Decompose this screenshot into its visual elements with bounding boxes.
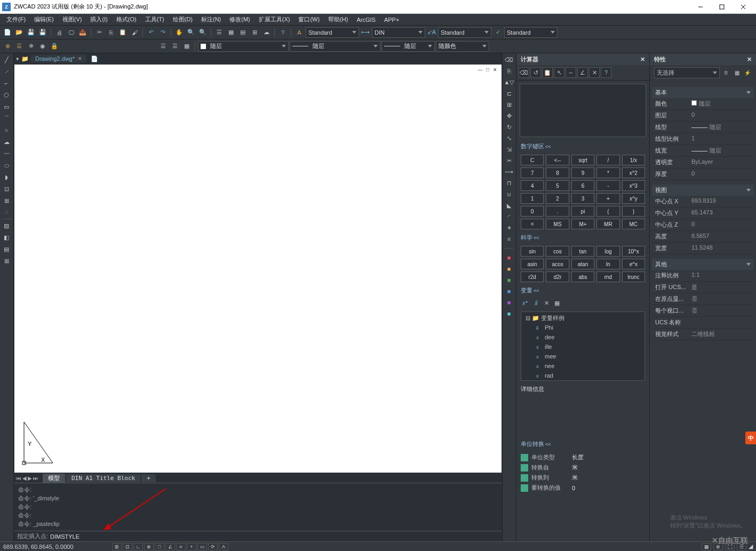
textstyle-combo[interactable]: Standard: [306, 27, 359, 38]
cloud-icon[interactable]: ☁: [261, 27, 272, 38]
calc-paste-icon[interactable]: 📋: [542, 67, 553, 78]
mleaderstyle-combo[interactable]: Standard: [438, 27, 491, 38]
extend-icon[interactable]: ⟶: [504, 166, 514, 177]
layer-off-icon[interactable]: ◉: [37, 41, 48, 52]
calc-key[interactable]: 0: [521, 206, 544, 217]
layout-next-icon[interactable]: ▶: [28, 475, 32, 481]
unit-row[interactable]: 转换到米: [521, 473, 645, 483]
lwt-toggle[interactable]: ≡: [176, 543, 186, 550]
calc-key[interactable]: ): [622, 206, 645, 217]
cyan-tool-icon[interactable]: ■: [504, 308, 514, 319]
green-tool-icon[interactable]: ■: [504, 275, 514, 285]
property-row[interactable]: 视觉样式二维线框: [652, 329, 754, 340]
calc-key[interactable]: -: [596, 180, 619, 191]
tree-item[interactable]: ille: [522, 342, 643, 352]
copy-obj-icon[interactable]: ⎘: [504, 66, 514, 76]
section-variables[interactable]: 变量: [516, 284, 649, 297]
category-other[interactable]: 其他: [652, 259, 754, 270]
calc-key[interactable]: pi: [571, 206, 594, 217]
array-icon[interactable]: ⊞: [504, 99, 514, 110]
layer-freeze-icon[interactable]: ❄: [26, 41, 36, 52]
cut-icon[interactable]: ✂: [94, 27, 105, 38]
linetype-combo[interactable]: 随层: [290, 41, 380, 52]
layer-lock-icon[interactable]: 🔒: [49, 41, 60, 52]
layer-iso-icon[interactable]: ☰: [170, 41, 180, 52]
sb-settings[interactable]: ☰: [737, 543, 746, 550]
cycle-toggle[interactable]: ⟳: [208, 543, 218, 550]
calc-key[interactable]: sin: [521, 246, 544, 257]
layer-state-icon[interactable]: ☰: [158, 41, 169, 52]
section-scientific[interactable]: 科学: [516, 231, 649, 244]
arc-icon[interactable]: ⌒: [1, 113, 12, 124]
erase-icon[interactable]: ⌫: [504, 54, 514, 65]
var-delete-icon[interactable]: ✕: [542, 299, 551, 307]
point-icon[interactable]: ∴: [1, 207, 12, 218]
offset-icon[interactable]: ⊏: [504, 88, 514, 99]
chamfer-icon[interactable]: ◣: [504, 200, 514, 211]
help-icon[interactable]: ?: [277, 27, 288, 38]
maximize-button[interactable]: [711, 0, 733, 14]
pan-icon[interactable]: ✋: [174, 27, 185, 38]
calc-key[interactable]: MR: [596, 219, 619, 229]
calc-key[interactable]: MC: [622, 219, 645, 229]
calc-key[interactable]: d2r: [546, 271, 569, 282]
property-row[interactable]: 线型比例1: [652, 133, 754, 145]
explode-icon[interactable]: ✶: [504, 222, 514, 233]
calc-key[interactable]: 4: [521, 180, 544, 191]
new-file-icon[interactable]: 📄: [2, 27, 13, 38]
calc-key[interactable]: log: [596, 246, 619, 257]
property-row[interactable]: 中心点 Z0: [652, 219, 754, 231]
calc-key[interactable]: =: [521, 219, 544, 229]
sb-fullscreen[interactable]: ⛶: [725, 543, 735, 550]
zoom-icon[interactable]: 🔍: [186, 27, 196, 38]
model-toggle[interactable]: ▭: [197, 543, 207, 550]
menu-item[interactable]: 文件(F): [2, 14, 30, 25]
line-icon[interactable]: ╱: [1, 54, 12, 65]
property-row[interactable]: 线型随层: [652, 122, 754, 133]
yellow-tool-icon[interactable]: ■: [504, 263, 514, 274]
block-icon[interactable]: ⊡: [1, 183, 12, 194]
calc-key[interactable]: sqrt: [571, 155, 594, 165]
open-icon[interactable]: 📂: [14, 27, 25, 38]
selection-combo[interactable]: 无选择: [654, 67, 720, 78]
property-row[interactable]: UCS 名称: [652, 317, 754, 329]
tree-item[interactable]: rad: [522, 371, 643, 380]
calc-key[interactable]: x^2: [622, 167, 645, 178]
mleaderstyle-icon[interactable]: ↙A: [426, 27, 437, 38]
property-row[interactable]: 透明度ByLayer: [652, 157, 754, 169]
snap-toggle[interactable]: ⊡: [123, 543, 132, 550]
canvas[interactable]: — □ ✕ Y X: [14, 65, 502, 473]
calc-history-icon[interactable]: ↺: [530, 67, 541, 78]
calculator-display[interactable]: [520, 84, 646, 137]
fillet-icon[interactable]: ◜: [504, 211, 514, 222]
layout-tab-1[interactable]: DIN A1 Title Block: [66, 474, 140, 482]
calc-key[interactable]: 3: [571, 193, 594, 204]
calc-key[interactable]: acos: [546, 259, 569, 269]
close-tab-icon[interactable]: ✕: [78, 56, 82, 61]
polar-toggle[interactable]: ⊕: [144, 543, 154, 550]
calc-key[interactable]: tan: [571, 246, 594, 257]
polygon-icon[interactable]: ⬠: [1, 90, 12, 100]
table-draw-icon[interactable]: ⊞: [1, 255, 12, 266]
osnap-toggle[interactable]: □: [155, 543, 164, 550]
revcloud-icon[interactable]: ☁: [1, 137, 12, 147]
command-input[interactable]: 指定插入点: DIMSTYLE: [14, 531, 502, 541]
viewport-minimize-icon[interactable]: —: [477, 67, 483, 73]
toolpalette-icon[interactable]: ▤: [237, 27, 248, 38]
sb-tool1[interactable]: ▦: [702, 543, 711, 550]
layout-prev-icon[interactable]: ◀: [22, 475, 27, 481]
category-view[interactable]: 视图: [652, 185, 754, 196]
menu-item[interactable]: 修改(M): [225, 14, 254, 25]
calc-key[interactable]: <--: [546, 155, 569, 165]
tab-dropdown-icon[interactable]: ▾: [16, 55, 19, 62]
menu-item[interactable]: 视图(V): [58, 14, 86, 25]
menu-item[interactable]: 窗口(W): [294, 14, 324, 25]
calc-key[interactable]: 2: [546, 193, 569, 204]
calc-key[interactable]: asin: [521, 259, 544, 269]
calc-key[interactable]: C: [521, 155, 544, 165]
viewport-maximize-icon[interactable]: □: [484, 67, 491, 73]
menu-item[interactable]: 帮助(H): [324, 14, 352, 25]
ortho-toggle[interactable]: ∟: [133, 543, 143, 550]
ime-badge[interactable]: 中: [745, 432, 756, 444]
ray-icon[interactable]: ⟋: [1, 66, 12, 77]
